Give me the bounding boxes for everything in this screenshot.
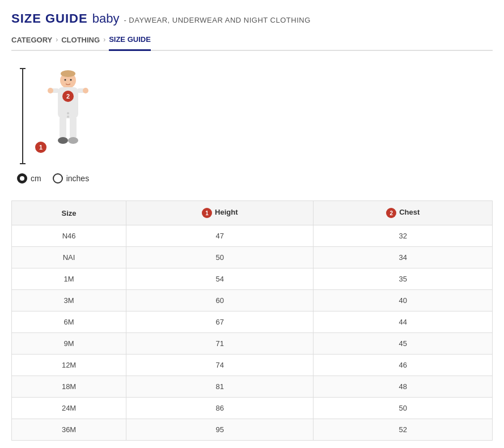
breadcrumb-size-guide: SIZE GUIDE [109,35,151,51]
table-row: 9M 71 45 [12,333,493,355]
bar-line [22,68,23,164]
svg-point-13 [65,79,66,81]
cell-size: NAI [12,247,126,268]
cell-size: 1M [12,268,126,290]
badge-height: 1 [35,142,46,153]
title-subtitle: - DAYWEAR, UNDERWEAR AND NIGHT CLOTHING [124,16,310,24]
svg-point-6 [83,88,88,93]
cell-chest: 44 [314,312,493,333]
cell-height: 86 [126,398,314,419]
unit-inches-label: inches [66,174,89,183]
cell-height: 81 [126,376,314,398]
svg-point-5 [48,88,53,93]
page-title-area: SIZE GUIDE baby - DAYWEAR, UNDERWEAR AND… [11,11,493,26]
table-row: 24M 86 50 [12,398,493,419]
svg-point-1 [61,70,75,77]
table-row: 12M 74 46 [12,355,493,376]
page-wrapper: SIZE GUIDE baby - DAYWEAR, UNDERWEAR AND… [0,0,504,448]
svg-point-12 [67,116,69,118]
table-row: 6M 67 44 [12,312,493,333]
breadcrumb-clothing[interactable]: CLOTHING [61,36,100,50]
table-row: 18M 81 48 [12,376,493,398]
cell-chest: 45 [314,333,493,355]
cell-size: 9M [12,333,126,355]
col-height: 1Height [126,201,314,225]
figure-area: 1 2 cm inches [11,68,493,184]
cell-chest: 50 [314,398,493,419]
cell-chest: 34 [314,247,493,268]
size-table: Size 1Height 2Chest N46 47 32 NAI 50 34 … [11,200,493,441]
cell-size: 24M [12,398,126,419]
cell-size: N46 [12,225,126,247]
unit-cm-option[interactable]: cm [17,173,41,184]
badge-chest: 2 [62,91,74,102]
cell-chest: 48 [314,376,493,398]
baby-figure-wrapper: 1 2 [17,68,102,164]
unit-inches-option[interactable]: inches [53,173,89,184]
height-bar [17,68,28,164]
table-row: NAI 50 34 [12,247,493,268]
breadcrumb-category[interactable]: CATEGORY [11,36,52,50]
cell-height: 71 [126,333,314,355]
col-chest: 2Chest [314,201,493,225]
cell-height: 95 [126,419,314,441]
svg-point-9 [58,137,68,144]
breadcrumb-sep-1: › [56,36,58,49]
table-row: N46 47 32 [12,225,493,247]
table-row: 3M 60 40 [12,290,493,312]
radio-inches[interactable] [53,173,63,184]
title-baby: baby [92,11,120,26]
cell-size: 36M [12,419,126,441]
badge-col-chest: 2 [386,208,396,218]
cell-chest: 46 [314,355,493,376]
table-body: N46 47 32 NAI 50 34 1M 54 35 3M 60 40 6M… [12,225,493,441]
col-size: Size [12,201,126,225]
cell-chest: 40 [314,290,493,312]
svg-rect-7 [60,116,66,139]
radio-cm[interactable] [17,173,27,184]
cell-chest: 32 [314,225,493,247]
table-row: 36M 95 52 [12,419,493,441]
cell-height: 60 [126,290,314,312]
unit-cm-label: cm [31,174,41,183]
svg-point-14 [70,79,72,81]
baby-image-area: 1 2 [34,68,102,164]
breadcrumb-sep-2: › [103,36,105,49]
cell-chest: 35 [314,268,493,290]
cell-size: 3M [12,290,126,312]
cell-height: 50 [126,247,314,268]
cell-size: 12M [12,355,126,376]
cell-height: 74 [126,355,314,376]
cell-height: 54 [126,268,314,290]
cell-chest: 52 [314,419,493,441]
content-area: 1 2 cm inches [11,68,493,441]
cell-size: 18M [12,376,126,398]
title-size-guide: SIZE GUIDE [11,11,88,26]
badge-col-height: 1 [202,208,212,218]
unit-selector: cm inches [17,173,89,184]
svg-rect-8 [70,116,77,139]
table-header-row: Size 1Height 2Chest [12,201,493,225]
breadcrumb: CATEGORY › CLOTHING › SIZE GUIDE [11,35,493,51]
table-row: 1M 54 35 [12,268,493,290]
cell-size: 6M [12,312,126,333]
cell-height: 67 [126,312,314,333]
svg-point-11 [67,112,69,114]
cell-height: 47 [126,225,314,247]
svg-point-10 [68,137,78,144]
baby-figure-svg [40,68,96,159]
